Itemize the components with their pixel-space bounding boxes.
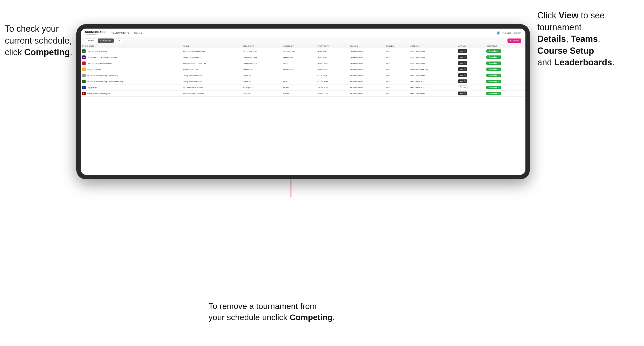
gender-cell: Men (384, 48, 409, 54)
actions-cell: View ⓘ (456, 78, 485, 84)
actions-cell: ✏️ Edit (456, 84, 485, 91)
division-cell: NCAA Division I (348, 54, 384, 60)
table-row: H John A. Burns Intercollegiate Ocean Co… (81, 91, 526, 97)
team-logo: W (82, 55, 86, 59)
competing-button[interactable]: Competing ✓ (486, 55, 501, 59)
competing-cell: Competing ✓ (485, 60, 526, 66)
event-name-cell: W 2023 Sahalee Players Championship (81, 54, 182, 60)
table-row: S Papago Individual Papago Golf ClubPhoe… (81, 66, 526, 72)
table-head: EVENT NAME VENUE CITY, STATE HOSTED BY S… (81, 44, 526, 48)
brand-name: SCOREBOARD (85, 31, 106, 33)
gender-cell: Men (384, 78, 409, 84)
start-date-cell: Oct 11, 2023 (316, 78, 348, 84)
competing-button[interactable]: Competing ✓ (486, 86, 501, 89)
edit-button[interactable]: ✏️ Edit (458, 85, 468, 89)
event-name: Folds of Honor Collegiate (87, 50, 108, 52)
scoring-cell: individual, Stroke Play (409, 66, 456, 72)
hosted-by-cell: Arizona State (282, 66, 316, 72)
competing-button[interactable]: Competing ✓ (486, 80, 501, 83)
scoring-cell: team, Match Play (409, 78, 456, 84)
nav-tournaments[interactable]: TOURNAMENTS (111, 32, 130, 34)
venue-cell: Olympia Fields Country Club (182, 60, 242, 66)
city-state-cell: Dallas, TX (242, 78, 282, 84)
competing-cell: Competing ✓ (485, 84, 526, 91)
nav-links: TOURNAMENTS TEAMS (111, 32, 496, 34)
scoring-cell: team, Stroke Play (409, 72, 456, 78)
venue-cell: American Dunes Golf Club (182, 48, 242, 54)
table-row: W 2023 Sahalee Players Championship Saha… (81, 54, 526, 60)
col-start-date: START DATE (316, 44, 348, 48)
start-date-cell: Jan 14, 2024 (316, 84, 348, 91)
col-event-name: EVENT NAME (81, 44, 182, 48)
team-logo: S (82, 68, 86, 71)
col-venue: VENUE (182, 44, 242, 48)
actions-cell: View ⓘ (456, 48, 485, 54)
city-state-cell: Maricopa, AZ (242, 84, 282, 91)
actions-cell: View ⓘ (456, 72, 485, 78)
tab-competing[interactable]: Competing (98, 38, 114, 43)
tablet-screen: SCOREBOARD Powered by clippi TOURNAMENTS… (81, 28, 526, 175)
header-right: 👤 Test User Sign out (496, 31, 521, 35)
event-name-cell: M Folds of Honor Collegiate (81, 48, 182, 54)
actions-cell: View ⓘ (456, 91, 485, 97)
division-cell: NCAA Division I (348, 91, 384, 97)
city-state-cell: Grand Haven, MI (242, 48, 282, 54)
tablet-frame: SCOREBOARD Powered by clippi TOURNAMENTS… (76, 24, 530, 179)
table-row: J Jackson T. Stephens Cup - Men's Match … (81, 78, 526, 84)
competing-button[interactable]: Competing ✓ (486, 49, 501, 53)
annotation-top-right: Click View to see tournament Details, Te… (537, 10, 639, 68)
table-row: J Jackson T. Stephens Cup - Stroke Play … (81, 72, 526, 78)
venue-cell: Trinity Forest Golf Club (182, 72, 242, 78)
event-name: Copper Cup (87, 86, 96, 89)
nav-teams[interactable]: TEAMS (134, 32, 142, 34)
venue-cell: Trinity Forest Golf Club (182, 78, 242, 84)
hosted-by-cell (282, 72, 316, 78)
scoring-cell: team, Stroke Play (409, 91, 456, 97)
create-button[interactable]: + Create (508, 38, 521, 43)
view-button[interactable]: View ⓘ (458, 92, 467, 95)
team-logo: J (82, 74, 86, 77)
view-button[interactable]: View ⓘ (458, 49, 467, 53)
view-button[interactable]: View ⓘ (458, 61, 467, 65)
app-header: SCOREBOARD Powered by clippi TOURNAMENTS… (81, 28, 526, 37)
col-competing: COMPETING (485, 44, 526, 48)
competing-button[interactable]: Competing ✓ (486, 68, 501, 71)
tab-home[interactable]: Home (85, 38, 96, 43)
scoreboard-logo: SCOREBOARD Powered by clippi (85, 31, 106, 35)
competing-bold-label: Competing (24, 47, 70, 57)
view-button[interactable]: View ⓘ (458, 73, 467, 77)
tournaments-table: EVENT NAME VENUE CITY, STATE HOSTED BY S… (81, 44, 526, 97)
user-name: Test User (502, 32, 511, 34)
division-cell: NCAA Division I (348, 84, 384, 91)
view-button[interactable]: View ⓘ (458, 67, 467, 71)
user-icon: 👤 (496, 31, 500, 35)
hosted-by-cell: Hawaii (282, 91, 316, 97)
division-cell: NCAA Division I (348, 60, 384, 66)
start-date-cell: Sep 15, 2023 (316, 60, 348, 66)
sign-out-link[interactable]: Sign out (514, 32, 521, 34)
hosted-by-cell: Illinois (282, 60, 316, 66)
venue-cell: Ocean Course At Hokuala (182, 91, 242, 97)
table-body: M Folds of Honor Collegiate American Dun… (81, 48, 526, 97)
competing-cell: Competing ✓ (485, 72, 526, 78)
competing-cell: Competing ✓ (485, 91, 526, 97)
view-button[interactable]: View ⓘ (458, 55, 467, 59)
scoring-cell: team, Stroke Play (409, 60, 456, 66)
col-division: DIVISION (348, 44, 384, 48)
start-date-cell: Sep 18, 2023 (316, 66, 348, 72)
competing-button[interactable]: Competing ✓ (486, 74, 501, 77)
powered-by: Powered by clippi (85, 33, 106, 35)
annotation-top-left: To check your current schedule, click Co… (5, 23, 87, 58)
city-state-cell: Dallas, TX (242, 72, 282, 78)
division-cell: NCAA Division I (348, 78, 384, 84)
competing-button[interactable]: Competing ✓ (486, 92, 501, 95)
table-container[interactable]: EVENT NAME VENUE CITY, STATE HOSTED BY S… (81, 44, 526, 97)
tab-all[interactable]: All (115, 38, 123, 43)
start-date-cell: Feb 15, 2024 (316, 91, 348, 97)
event-name-cell: I OFCC Fighting Illini Invitational (81, 60, 182, 66)
gender-cell: Men (384, 54, 409, 60)
competing-button[interactable]: Competing ✓ (486, 61, 501, 65)
view-button[interactable]: View ⓘ (458, 79, 467, 83)
gender-cell: Men (384, 66, 409, 72)
gender-cell: Men (384, 72, 409, 78)
